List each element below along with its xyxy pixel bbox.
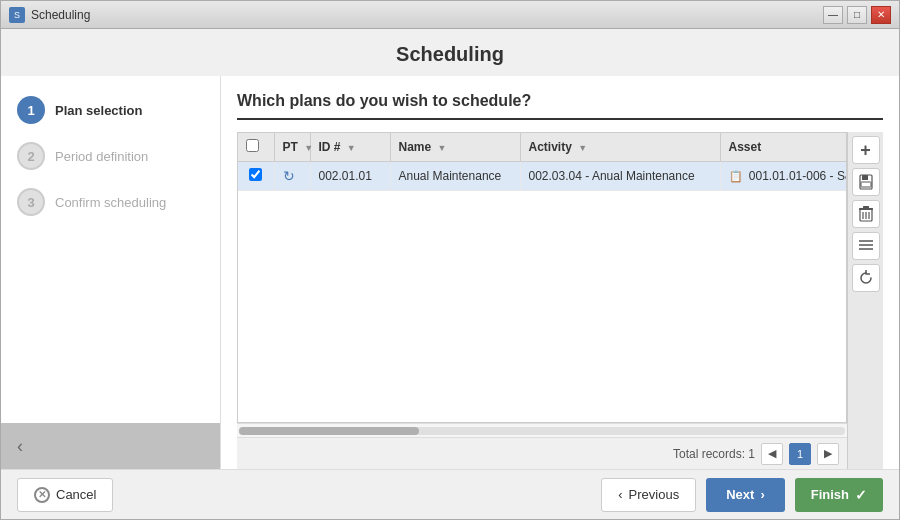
row-asset-text: 001.01.01-006 - S&T DYN...: [749, 169, 847, 183]
previous-button[interactable]: ‹ Previous: [601, 478, 696, 512]
svg-rect-1: [862, 175, 868, 180]
pt-sort-icon: ▼: [304, 143, 313, 153]
pagination-current-page: 1: [789, 443, 811, 465]
refresh-button[interactable]: [852, 264, 880, 292]
col-header-checkbox: [238, 133, 274, 162]
cancel-button[interactable]: ✕ Cancel: [17, 478, 113, 512]
pagination-next-button[interactable]: ▶: [817, 443, 839, 465]
asset-icon: 📋: [729, 170, 743, 182]
step-1-label: Plan selection: [55, 103, 142, 118]
right-actions-panel: +: [847, 132, 883, 469]
table-container: PT ▼ ID # ▼ Name ▼ Activit: [237, 132, 883, 469]
pagination-bar: Total records: 1 ◀ 1 ▶: [237, 437, 847, 469]
close-button[interactable]: ✕: [871, 6, 891, 24]
maximize-button[interactable]: □: [847, 6, 867, 24]
refresh-icon: [858, 270, 874, 286]
table-row[interactable]: ↻ 002.01.01 Anual Maintenance 002.03.04 …: [238, 162, 847, 191]
step-3-label: Confirm scheduling: [55, 195, 166, 210]
id-sort-icon: ▼: [347, 143, 356, 153]
data-table: PT ▼ ID # ▼ Name ▼ Activit: [238, 133, 847, 191]
total-records-label: Total records: 1: [673, 447, 755, 461]
step-3[interactable]: 3 Confirm scheduling: [17, 188, 204, 216]
table-scroll-area: PT ▼ ID # ▼ Name ▼ Activit: [237, 132, 847, 469]
row-activity-cell: 002.03.04 - Anual Maintenance: [520, 162, 720, 191]
col-header-pt[interactable]: PT ▼: [274, 133, 310, 162]
step-1-circle: 1: [17, 96, 45, 124]
next-button[interactable]: Next ›: [706, 478, 785, 512]
svg-rect-7: [859, 208, 873, 210]
previous-label: Previous: [629, 487, 680, 502]
sidebar: 1 Plan selection 2 Period definition 3 C…: [1, 76, 221, 469]
content-area: 1 Plan selection 2 Period definition 3 C…: [1, 76, 899, 469]
footer-bar: ✕ Cancel ‹ Previous Next › Finish ✓: [1, 469, 899, 519]
pagination-prev-button[interactable]: ◀: [761, 443, 783, 465]
activity-sort-icon: ▼: [578, 143, 587, 153]
main-panel: Which plans do you wish to schedule?: [221, 76, 899, 469]
row-asset-cell: 📋 001.01.01-006 - S&T DYN...: [720, 162, 847, 191]
app-title: Scheduling: [1, 29, 899, 76]
cancel-icon: ✕: [34, 487, 50, 503]
previous-chevron-icon: ‹: [618, 487, 622, 502]
step-1[interactable]: 1 Plan selection: [17, 96, 204, 124]
svg-rect-2: [861, 182, 871, 187]
table-wrapper: PT ▼ ID # ▼ Name ▼ Activit: [237, 132, 847, 423]
col-header-id[interactable]: ID # ▼: [310, 133, 390, 162]
name-sort-icon: ▼: [438, 143, 447, 153]
save-button[interactable]: [852, 168, 880, 196]
list-button[interactable]: [852, 232, 880, 260]
col-header-asset[interactable]: Asset: [720, 133, 847, 162]
step-3-circle: 3: [17, 188, 45, 216]
cancel-label: Cancel: [56, 487, 96, 502]
save-icon: [858, 174, 874, 190]
step-2-label: Period definition: [55, 149, 148, 164]
row-checkbox[interactable]: [249, 168, 262, 181]
row-id-cell: 002.01.01: [310, 162, 390, 191]
horizontal-scrollbar[interactable]: [237, 423, 847, 437]
finish-label: Finish: [811, 487, 849, 502]
scrollbar-thumb[interactable]: [239, 427, 419, 435]
col-header-activity[interactable]: Activity ▼: [520, 133, 720, 162]
row-pt-cell: ↻: [274, 162, 310, 191]
row-checkbox-cell: [238, 162, 274, 191]
step-2[interactable]: 2 Period definition: [17, 142, 204, 170]
step-2-circle: 2: [17, 142, 45, 170]
delete-icon: [859, 206, 873, 222]
list-icon: [859, 240, 873, 252]
window-controls: — □ ✕: [823, 6, 891, 24]
app-icon: S: [9, 7, 25, 23]
sidebar-previous-button[interactable]: ‹: [17, 436, 23, 457]
title-bar: S Scheduling — □ ✕: [1, 1, 899, 29]
select-all-checkbox[interactable]: [246, 139, 259, 152]
panel-question: Which plans do you wish to schedule?: [237, 92, 883, 120]
svg-rect-8: [863, 206, 869, 208]
pt-refresh-icon: ↻: [283, 168, 295, 184]
next-chevron-icon: ›: [760, 487, 764, 502]
next-label: Next: [726, 487, 754, 502]
add-button[interactable]: +: [852, 136, 880, 164]
minimize-button[interactable]: —: [823, 6, 843, 24]
sidebar-footer: ‹: [1, 423, 220, 469]
scheduling-window: S Scheduling — □ ✕ Scheduling 1 Plan sel…: [0, 0, 900, 520]
finish-checkmark-icon: ✓: [855, 487, 867, 503]
col-header-name[interactable]: Name ▼: [390, 133, 520, 162]
scrollbar-track: [239, 427, 845, 435]
finish-button[interactable]: Finish ✓: [795, 478, 883, 512]
row-name-cell: Anual Maintenance: [390, 162, 520, 191]
delete-button[interactable]: [852, 200, 880, 228]
title-bar-text: Scheduling: [31, 8, 823, 22]
